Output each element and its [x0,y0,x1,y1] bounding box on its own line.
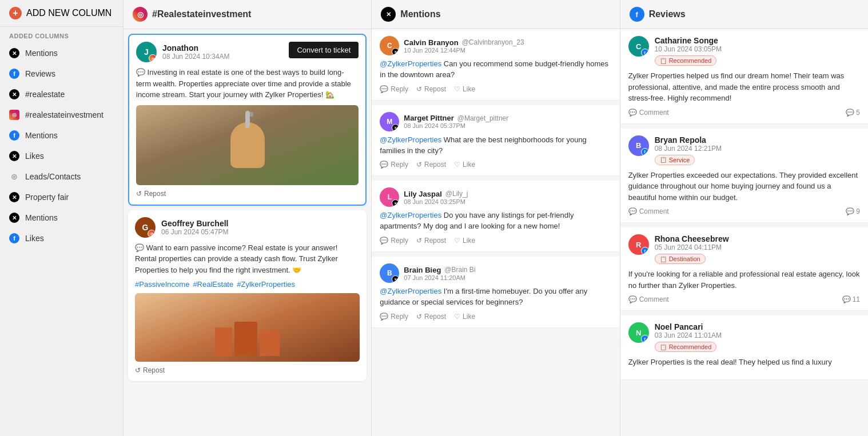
repost-button-m2[interactable]: ↺ Repost [416,161,446,169]
sidebar-item-likes-fb[interactable]: f Likes [0,228,123,249]
comment-count-val-1: 5 [856,109,860,117]
comment-icon-2: 💬 [628,207,637,215]
tag-label-3: Destination [669,255,700,262]
avatar-catharine: C f [628,36,649,57]
sidebar-item-leads[interactable]: ⊛ Leads/Contacts [0,166,123,187]
column-mentions: ✕ Mentions C ✕ Calvin Branyon @Calvinbra… [372,0,620,436]
sidebar-item-mentions-1[interactable]: ✕ Mentions [0,43,123,63]
comment-icon-3: 💬 [628,295,637,303]
review-card-1: C f Catharine Songe 10 Jun 2024 03:05PM … [620,29,868,124]
column-reviews: f Reviews C f Catharine Songe 10 Jun 202… [620,0,868,436]
repost-icon: ↺ [136,190,142,198]
repost-icon-m3: ↺ [416,237,422,245]
reply-button-4[interactable]: 💬 Reply [380,313,408,321]
comment-count-icon-2: 💬 [846,207,854,215]
repost-button-m3[interactable]: ↺ Repost [416,237,446,245]
convert-to-ticket-button[interactable]: Convert to ticket [289,42,359,58]
sidebar-item-label: Property fair [25,193,69,202]
like-label-4: Like [463,313,475,321]
reply-button-1[interactable]: 💬 Reply [380,85,408,93]
sidebar-item-label: Mentions [25,49,58,58]
repost-button-2[interactable]: ↺ Repost [135,366,165,374]
mention-at-4: @ZylkerProperties [380,287,441,295]
repost-button-m1[interactable]: ↺ Repost [416,85,446,93]
comment-count-3: 💬 11 [842,295,860,303]
sidebar-item-mentions-fb[interactable]: f Mentions [0,125,123,146]
add-new-column-button[interactable]: + ADD NEW COLUMN [0,0,123,27]
avatar-jonathon: J ◎ [136,42,157,62]
comment-button-3[interactable]: 💬 Comment [628,295,669,303]
instagram-header-icon: ◎ [133,7,148,22]
sidebar-item-property-fair[interactable]: ✕ Property fair [0,187,123,207]
comment-count-val-2: 9 [856,207,860,215]
hashtag-passiveincome[interactable]: #PassiveIncome [135,280,189,289]
reply-label-4: Reply [391,313,408,321]
review-tag-1: 📋 Recommended [655,55,717,66]
mention-name-2: Marget Pittner [404,114,453,122]
column-header-3: f Reviews [620,0,868,29]
sidebar-item-label: Reviews [25,69,55,78]
comment-count-2: 💬 9 [846,207,860,215]
review-date-3: 05 Jun 2024 04:11PM [655,243,860,251]
repost-icon-m4: ↺ [416,313,422,321]
sidebar-item-reviews[interactable]: f Reviews [0,63,123,84]
mention-date-4: 07 Jun 2024 11:20AM [404,274,475,281]
reply-icon-1: 💬 [380,85,388,93]
review-user-info-2: Bryan Repola 08 Jun 2024 12:21PM 📋 Servi… [655,135,860,165]
review-text-2: Zylker Properties exceeded our expectati… [628,170,860,203]
column-header-1: ◎ #Realestateinvestment [124,0,371,29]
tag-icon-3: 📋 [660,256,667,262]
comment-label-3: Comment [639,295,669,303]
hashtag-realestate[interactable]: #RealEstate [193,280,233,289]
review-text-1: Zylker Properties helped us find our dre… [628,70,860,104]
like-button-2[interactable]: ♡ Like [454,161,475,169]
mention-actions-4: 💬 Reply ↺ Repost ♡ Like [380,313,611,321]
review-user-info-1: Catharine Songe 10 Jun 2024 03:05PM 📋 Re… [655,36,860,66]
like-button-3[interactable]: ♡ Like [454,237,475,245]
review-name-4: Noel Pancari [655,322,860,331]
mention-date-2: 08 Jun 2024 05:37PM [404,122,508,129]
user-info-geoffrey: Geoffrey Burchell 06 Jun 2024 05:47PM [161,219,360,236]
review-date-4: 03 Jun 2024 11:01AM [655,331,860,339]
add-new-column-label: ADD NEW COLUMN [26,8,112,18]
sidebar-item-label: #realestate [25,90,65,99]
sidebar-item-mentions-3[interactable]: ✕ Mentions [0,207,123,228]
sidebar-item-realestateinvestment[interactable]: ◎ #realestateinvestment [0,105,123,125]
mention-handle-1: @Calvinbranyon_23 [462,38,524,46]
comment-label-2: Comment [639,207,669,215]
avatar-noel: N f [628,322,649,343]
repost-button-m4[interactable]: ↺ Repost [416,313,446,321]
leads-icon: ⊛ [9,171,19,182]
column-body-3: C f Catharine Songe 10 Jun 2024 03:05PM … [620,29,868,436]
avatar-lily: L ✕ [380,187,399,207]
sidebar-item-label: Likes [25,151,44,161]
reply-button-2[interactable]: 💬 Reply [380,161,408,169]
hashtag-zylkerproperties[interactable]: #ZylkerProperties [237,280,295,289]
comment-button-2[interactable]: 💬 Comment [628,207,669,215]
review-user-info-4: Noel Pancari 03 Jun 2024 11:01AM 📋 Recom… [655,322,860,352]
mention-user-info-2: Marget Pittner @Marget_pittner 08 Jun 20… [404,114,508,129]
like-button-4[interactable]: ♡ Like [454,313,475,321]
column-title-3: Reviews [649,9,686,19]
reply-icon-2: 💬 [380,161,388,169]
comment-button-1[interactable]: 💬 Comment [628,109,669,117]
repost-button-1[interactable]: ↺ Repost [136,190,166,198]
sidebar-item-likes-1[interactable]: ✕ Likes [0,146,123,166]
tag-label-1: Recommended [669,57,712,64]
like-button-1[interactable]: ♡ Like [454,85,475,93]
mention-name-1: Calvin Branyon [404,38,458,47]
column-title-1: #Realestateinvestment [152,9,251,19]
comment-count-icon-3: 💬 [842,295,851,303]
like-icon-2: ♡ [454,161,460,169]
repost-icon-m1: ↺ [416,85,422,93]
sidebar-item-label: Likes [25,234,44,243]
mention-actions-1: 💬 Reply ↺ Repost ♡ Like [380,85,611,93]
reply-button-3[interactable]: 💬 Reply [380,237,408,245]
mention-date-1: 10 Jun 2024 12:44PM [404,47,524,54]
review-text-4: Zylker Properties is the real deal! They… [628,357,860,368]
review-user-info-3: Rhona Cheesebrew 05 Jun 2024 04:11PM 📋 D… [655,234,860,264]
repost-label-m2: Repost [424,161,446,169]
twitter-header-icon: ✕ [381,7,396,22]
repost-icon-2: ↺ [135,366,141,374]
sidebar-item-realestate[interactable]: ✕ #realestate [0,84,123,105]
